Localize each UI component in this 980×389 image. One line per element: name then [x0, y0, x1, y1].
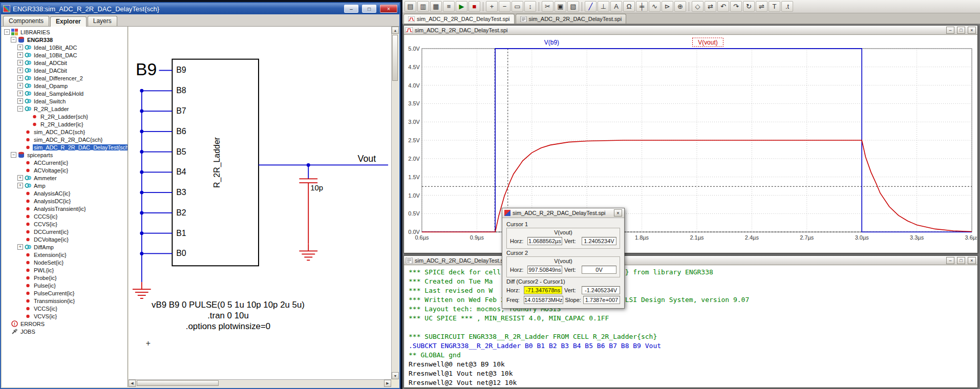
mirror-button[interactable]: ⇌ — [756, 1, 768, 12]
tree-item-dccurrent-ic[interactable]: DCCurrent{ic} — [2, 228, 127, 235]
schematic-canvas[interactable]: B9B8B7B6B5B4B3B2B1B0R_2R_LadderB9Vout10p… — [129, 27, 391, 379]
tree-item-dcvoltage-ic[interactable]: DCVoltage{ic} — [2, 235, 127, 243]
drag-button[interactable]: ⇄ — [705, 1, 716, 12]
tree-item-sim-adc-r-2r-dac-sch[interactable]: sim_ADC_R_2R_DAC{sch} — [2, 136, 127, 143]
tree-item-diffamp[interactable]: +DiffAmp — [2, 243, 127, 251]
tree-item-ideal-switch[interactable]: +Ideal_Switch — [2, 97, 127, 105]
zoom-full-button[interactable]: ▭ — [512, 1, 523, 12]
wire-button[interactable]: ╱ — [585, 1, 596, 12]
tree-item-pulsecurrent-ic[interactable]: PulseCurrent{ic} — [2, 289, 127, 297]
close-button[interactable]: × — [380, 5, 397, 13]
tree-item-ideal-opamp[interactable]: +Ideal_Opamp — [2, 82, 127, 90]
capacitor[interactable] — [299, 165, 317, 244]
waveform-window-titlebar[interactable]: sim_ADC_R_2R_DAC_DelayTest.spi – □ × — [404, 26, 977, 35]
tree-item-ideal-10bit-dac[interactable]: +Ideal_10Bit_DAC — [2, 51, 127, 59]
collapse-icon[interactable]: − — [17, 106, 23, 112]
tree-item-ideal-sample-hold[interactable]: +Ideal_Sample&Hold — [2, 90, 127, 97]
tree-item-analysistransient-ic[interactable]: AnalysisTransient{ic} — [2, 205, 127, 212]
component-button[interactable]: ⊕ — [674, 1, 686, 12]
tree-item-ammeter[interactable]: +Ammeter — [2, 174, 127, 182]
tree-item-amp[interactable]: +Amp — [2, 182, 127, 189]
tree-item-libraries[interactable]: −LIBRARIES — [2, 28, 127, 36]
diff-vert-value[interactable]: -1.2405234V — [582, 286, 620, 294]
paste-button[interactable]: ▧ — [567, 1, 579, 12]
tree-item-spiceparts[interactable]: −spiceparts — [2, 151, 127, 159]
collapse-icon[interactable]: − — [4, 29, 10, 35]
scroll-left-icon[interactable]: ◀ — [129, 380, 136, 387]
scroll-down-icon[interactable]: ▼ — [392, 372, 399, 379]
expand-icon[interactable]: + — [17, 83, 23, 89]
expand-icon[interactable]: + — [17, 52, 23, 58]
close-button[interactable]: × — [968, 27, 976, 34]
rotate-button[interactable]: ↻ — [743, 1, 755, 12]
tree-item-ideal-10bit-adc[interactable]: +Ideal_10Bit_ADC — [2, 44, 127, 51]
tree-item-extension-ic[interactable]: Extension{ic} — [2, 251, 127, 258]
tree-item-r-2r-ladder[interactable]: −R_2R_Ladder — [2, 105, 127, 113]
tree-item-ideal-adcbit[interactable]: +Ideal_ADCbit — [2, 59, 127, 67]
expand-icon[interactable]: + — [17, 98, 23, 104]
tree-item-r-2r-ladder-ic[interactable]: R_2R_Ladder{ic} — [2, 120, 127, 128]
collapse-icon[interactable]: − — [11, 37, 16, 42]
diff-horz-value[interactable]: -71.347678ns — [524, 286, 562, 294]
redo-button[interactable]: ↷ — [730, 1, 742, 12]
minimize-button[interactable]: – — [946, 257, 954, 264]
inductor-button[interactable]: ∿ — [649, 1, 661, 12]
label-button[interactable]: A — [610, 1, 622, 12]
cursor1-horz-value[interactable]: 1.0688562µs — [527, 237, 562, 245]
maximize-button[interactable]: □ — [957, 257, 965, 264]
spice-directive-text[interactable]: vB9 B9 0 PULSE(0 5 1u 10p 10p 2u 5u) — [152, 300, 305, 310]
tree-item-r-2r-ladder-sch[interactable]: R_2R_Ladder{sch} — [2, 113, 127, 120]
tree-item-sim-adc-dac-sch[interactable]: sim_ADC_DAC{sch} — [2, 128, 127, 136]
cut-button[interactable]: ✂ — [542, 1, 553, 12]
resistor-button[interactable]: Ω — [623, 1, 635, 12]
tab-explorer[interactable]: Explorer — [50, 16, 87, 27]
doc-tab-1[interactable]: sim_ADC_R_2R_DAC_DelayTest.spi — [403, 14, 515, 24]
maximize-button[interactable]: □ — [362, 5, 376, 13]
output-net-label[interactable]: Vout — [358, 154, 376, 164]
spice-directive-button[interactable]: .t — [781, 1, 793, 12]
save-file-button[interactable]: ▦ — [430, 1, 442, 12]
zoom-in-button[interactable]: + — [486, 1, 498, 12]
collapse-icon[interactable]: − — [11, 152, 16, 158]
netlist-editor[interactable]: *** SPICE deck for cell sim_ADC_R_2R_DAC… — [404, 266, 977, 387]
open-file-button[interactable]: ▥ — [417, 1, 429, 12]
tab-components[interactable]: Components — [3, 16, 49, 26]
control-panel-button[interactable]: ≡ — [443, 1, 455, 12]
capacitor-value-label[interactable]: 10p — [310, 184, 323, 192]
freq-value[interactable]: 14.015873MHz — [524, 296, 563, 304]
expand-icon[interactable]: + — [17, 91, 23, 96]
cursor1-vert-value[interactable]: 1.2405234V — [582, 237, 616, 245]
run-simulation-button[interactable]: ▶ — [456, 1, 467, 12]
netlist-window-titlebar[interactable]: sim_ADC_R_2R_DAC_DelayTest.spi – □ × — [404, 256, 977, 265]
ground-symbol[interactable] — [299, 244, 317, 261]
scroll-right-icon[interactable]: ▶ — [384, 380, 391, 387]
undo-button[interactable]: ↶ — [717, 1, 729, 12]
close-icon[interactable]: × — [614, 209, 622, 217]
zoom-out-button[interactable]: − — [499, 1, 510, 12]
ground-button[interactable]: ⊥ — [598, 1, 609, 12]
tree-item-jobs[interactable]: JOBS — [2, 328, 127, 335]
vertical-scroll-thumb[interactable] — [392, 35, 398, 81]
new-file-button[interactable]: ▤ — [404, 1, 416, 12]
cursor-dialog[interactable]: sim_ADC_R_2R_DAC_DelayTest.spi × Cursor … — [502, 208, 625, 309]
autorange-button[interactable]: ↕ — [524, 1, 536, 12]
tree-item-engr338[interactable]: −ENGR338 — [2, 36, 127, 44]
cursor2-horz-value[interactable]: 997.50849ns — [527, 266, 562, 274]
spice-directive-text[interactable]: .tran 0 10u — [207, 311, 249, 320]
trace-label-v-vout[interactable]: V(vout) — [698, 39, 718, 46]
tab-layers[interactable]: Layers — [88, 16, 117, 26]
maximize-button[interactable]: □ — [957, 27, 965, 34]
tree-item-ideal-dacbit[interactable]: +Ideal_DACbit — [2, 67, 127, 74]
tree-item-pwl-ic[interactable]: PWL{ic} — [2, 266, 127, 274]
tree-item-acvoltage-ic[interactable]: ACVoltage{ic} — [2, 166, 127, 174]
source-net-label[interactable]: B9 — [136, 59, 157, 79]
tree-item-ideal-differencer-2[interactable]: +Ideal_Differencer_2 — [2, 74, 127, 82]
schematic-horizontal-scrollbar[interactable]: ◀ ▶ — [129, 379, 391, 387]
expand-icon[interactable]: + — [17, 183, 23, 188]
tree-item-vccs-ic[interactable]: VCCS{ic} — [2, 305, 127, 312]
ground-symbol[interactable] — [133, 282, 151, 298]
tree-item-transmission-ic[interactable]: Transmission{ic} — [2, 297, 127, 305]
doc-tab-2[interactable]: sim_ADC_R_2R_DAC_DelayTest.spi — [516, 14, 627, 24]
tree-item-pulse-ic[interactable]: Pulse{ic} — [2, 282, 127, 289]
tree-item-errors[interactable]: !ERRORS — [2, 320, 127, 328]
